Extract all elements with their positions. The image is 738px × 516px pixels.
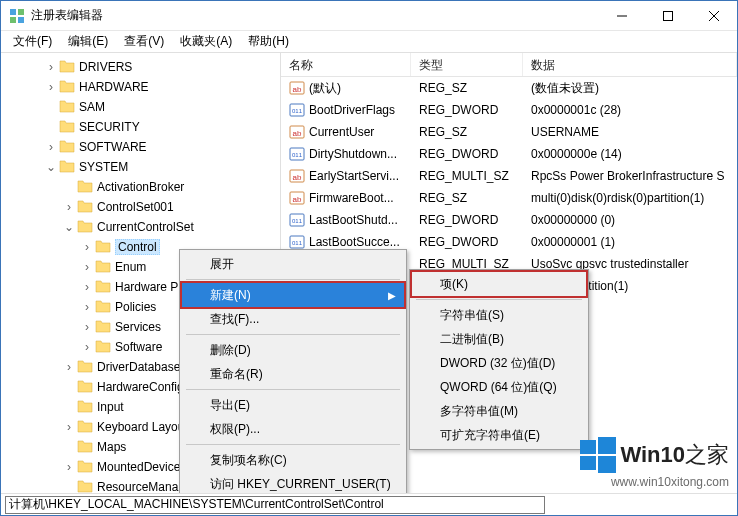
tree-label: CurrentControlSet	[97, 220, 194, 234]
close-button[interactable]	[691, 1, 737, 31]
ctx-new-multi[interactable]: 多字符串值(M)	[412, 399, 586, 423]
value-row[interactable]: ab(默认)REG_SZ(数值未设置)	[281, 77, 737, 99]
tree-label: DRIVERS	[79, 60, 132, 74]
tree-label: Maps	[97, 440, 126, 454]
maximize-button[interactable]	[645, 1, 691, 31]
value-data: USERNAME	[523, 125, 737, 139]
folder-icon	[95, 239, 115, 256]
ctx-permissions[interactable]: 权限(P)...	[182, 417, 404, 441]
value-name: BootDriverFlags	[309, 103, 395, 117]
value-row[interactable]: 011DirtyShutdown...REG_DWORD0x0000000e (…	[281, 143, 737, 165]
header-type[interactable]: 类型	[411, 53, 523, 76]
svg-text:011: 011	[292, 108, 303, 114]
tree-item[interactable]: ActivationBroker	[1, 177, 280, 197]
svg-rect-27	[598, 437, 616, 454]
svg-text:011: 011	[292, 152, 303, 158]
binary-value-icon: 011	[289, 102, 305, 118]
folder-icon	[59, 99, 79, 116]
value-data: multi(0)disk(0)rdisk(0)partition(1)	[523, 191, 737, 205]
chevron-right-icon[interactable]: ›	[45, 141, 57, 153]
minimize-button[interactable]	[599, 1, 645, 31]
value-type: REG_DWORD	[411, 213, 523, 227]
value-data: 0x0000000e (14)	[523, 147, 737, 161]
chevron-right-icon[interactable]: ›	[81, 281, 93, 293]
svg-rect-2	[10, 17, 16, 23]
binary-value-icon: 011	[289, 212, 305, 228]
ctx-export[interactable]: 导出(E)	[182, 393, 404, 417]
ctx-rename[interactable]: 重命名(R)	[182, 362, 404, 386]
menu-favorites[interactable]: 收藏夹(A)	[172, 31, 240, 52]
ctx-new-string[interactable]: 字符串值(S)	[412, 303, 586, 327]
folder-icon	[77, 439, 97, 456]
tree-item[interactable]: ⌄CurrentControlSet	[1, 217, 280, 237]
header-data[interactable]: 数据	[523, 53, 737, 76]
value-row[interactable]: 011BootDriverFlagsREG_DWORD0x0000001c (2…	[281, 99, 737, 121]
tree-item[interactable]: ›SOFTWARE	[1, 137, 280, 157]
ctx-new-expand[interactable]: 可扩充字符串值(E)	[412, 423, 586, 447]
expander-none	[63, 381, 75, 393]
header-name[interactable]: 名称	[281, 53, 411, 76]
ctx-find[interactable]: 查找(F)...	[182, 307, 404, 331]
chevron-right-icon[interactable]: ›	[45, 81, 57, 93]
chevron-right-icon[interactable]: ›	[45, 61, 57, 73]
folder-icon	[95, 319, 115, 336]
context-menu-main: 展开 新建(N)▶ 查找(F)... 删除(D) 重命名(R) 导出(E) 权限…	[179, 249, 407, 499]
menubar: 文件(F) 编辑(E) 查看(V) 收藏夹(A) 帮助(H)	[1, 31, 737, 53]
menu-edit[interactable]: 编辑(E)	[60, 31, 116, 52]
ctx-new-dword[interactable]: DWORD (32 位)值(D)	[412, 351, 586, 375]
tree-label: ActivationBroker	[97, 180, 184, 194]
ctx-separator	[186, 334, 400, 335]
chevron-right-icon[interactable]: ›	[63, 461, 75, 473]
folder-icon	[77, 479, 97, 494]
chevron-right-icon[interactable]: ›	[81, 341, 93, 353]
ctx-copykey[interactable]: 复制项名称(C)	[182, 448, 404, 472]
context-menu-new: 项(K) 字符串值(S) 二进制值(B) DWORD (32 位)值(D) QW…	[409, 269, 589, 450]
tree-label: Services	[115, 320, 161, 334]
ctx-new-qword[interactable]: QWORD (64 位)值(Q)	[412, 375, 586, 399]
tree-item[interactable]: ›HARDWARE	[1, 77, 280, 97]
string-value-icon: ab	[289, 80, 305, 96]
address-bar[interactable]	[5, 496, 545, 514]
menu-file[interactable]: 文件(F)	[5, 31, 60, 52]
value-row[interactable]: abFirmwareBoot...REG_SZmulti(0)disk(0)rd…	[281, 187, 737, 209]
ctx-new[interactable]: 新建(N)▶	[182, 283, 404, 307]
chevron-down-icon[interactable]: ⌄	[63, 221, 75, 233]
value-data: 0x00000001 (1)	[523, 235, 737, 249]
ctx-new-key[interactable]: 项(K)	[412, 272, 586, 296]
chevron-right-icon[interactable]: ›	[81, 321, 93, 333]
tree-item[interactable]: ›ControlSet001	[1, 197, 280, 217]
svg-text:011: 011	[292, 240, 303, 246]
folder-icon	[59, 119, 79, 136]
folder-icon	[77, 399, 97, 416]
tree-item[interactable]: SAM	[1, 97, 280, 117]
windows-logo-icon	[580, 437, 616, 473]
chevron-right-icon[interactable]: ›	[63, 361, 75, 373]
tree-item[interactable]: ›DRIVERS	[1, 57, 280, 77]
tree-label: SECURITY	[79, 120, 140, 134]
folder-icon	[77, 379, 97, 396]
svg-text:ab: ab	[293, 173, 302, 182]
tree-item[interactable]: SECURITY	[1, 117, 280, 137]
tree-label: HARDWARE	[79, 80, 149, 94]
menu-help[interactable]: 帮助(H)	[240, 31, 297, 52]
menu-view[interactable]: 查看(V)	[116, 31, 172, 52]
svg-text:011: 011	[292, 218, 303, 224]
value-row[interactable]: 011LastBootShutd...REG_DWORD0x00000000 (…	[281, 209, 737, 231]
tree-label: Software	[115, 340, 162, 354]
chevron-right-icon[interactable]: ›	[81, 301, 93, 313]
ctx-delete[interactable]: 删除(D)	[182, 338, 404, 362]
value-row[interactable]: abCurrentUserREG_SZUSERNAME	[281, 121, 737, 143]
expander-none	[63, 401, 75, 413]
chevron-right-icon[interactable]: ›	[63, 201, 75, 213]
chevron-right-icon[interactable]: ›	[81, 261, 93, 273]
value-row[interactable]: abEarlyStartServi...REG_MULTI_SZRpcSs Po…	[281, 165, 737, 187]
ctx-expand[interactable]: 展开	[182, 252, 404, 276]
tree-item[interactable]: ⌄SYSTEM	[1, 157, 280, 177]
folder-icon	[59, 159, 79, 176]
folder-icon	[77, 219, 97, 236]
chevron-right-icon[interactable]: ›	[81, 241, 93, 253]
ctx-new-binary[interactable]: 二进制值(B)	[412, 327, 586, 351]
chevron-down-icon[interactable]: ⌄	[45, 161, 57, 173]
chevron-right-icon[interactable]: ›	[63, 421, 75, 433]
values-header: 名称 类型 数据	[281, 53, 737, 77]
